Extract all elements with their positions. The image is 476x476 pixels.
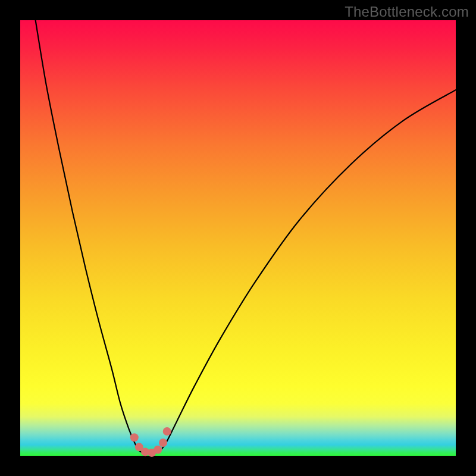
chart-frame: TheBottleneck.com — [0, 0, 476, 476]
bottleneck-dot — [130, 433, 139, 441]
plot-area — [20, 20, 456, 456]
curve-svg — [20, 20, 456, 456]
watermark-text: TheBottleneck.com — [345, 4, 469, 20]
bottleneck-dots — [130, 427, 171, 457]
curve-left-branch — [36, 20, 140, 452]
bottleneck-dot — [154, 446, 162, 454]
bottleneck-dot — [159, 439, 167, 447]
bottleneck-dot — [163, 427, 171, 436]
curve-right-branch — [159, 90, 456, 452]
